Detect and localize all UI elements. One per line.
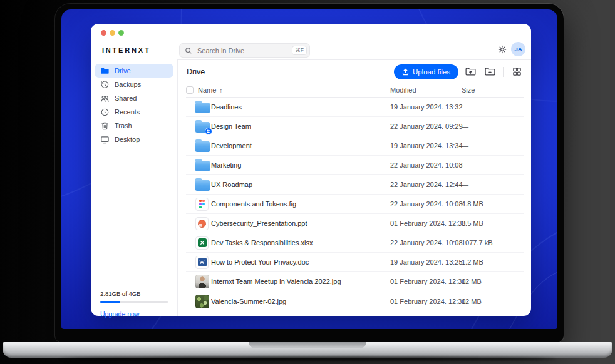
table-row[interactable]: Valencia-Summer-02.jpg 01 February 2024.… xyxy=(186,291,524,311)
table-row[interactable]: How to Protect Your Privacy.doc 19 Janua… xyxy=(186,253,524,272)
grid-view-icon xyxy=(512,67,522,76)
sidebar-item-label: Shared xyxy=(115,94,137,102)
user-avatar[interactable]: JA xyxy=(511,42,525,56)
table-row[interactable]: Dev Tasks & Responsibilities.xlsx 22 Jan… xyxy=(186,233,524,253)
toolbar-divider xyxy=(503,67,504,77)
search-icon xyxy=(185,47,192,54)
column-header-size[interactable]: Size xyxy=(462,86,524,94)
folder-icon xyxy=(100,66,110,76)
sort-ascending-icon: ↑ xyxy=(219,87,222,94)
file-size: — xyxy=(462,123,524,130)
figma-file-icon xyxy=(195,198,209,211)
desktop-icon xyxy=(100,135,110,144)
file-name: Deadlines xyxy=(211,103,390,111)
new-folder-icon xyxy=(485,67,495,76)
file-modified: 22 January 2024. 12:44 xyxy=(390,181,462,188)
table-row[interactable]: Components and Tokens.fig 22 January 202… xyxy=(186,195,524,214)
grid-view-button[interactable] xyxy=(509,65,524,79)
excel-file-icon xyxy=(195,236,209,250)
trash-icon xyxy=(100,121,110,131)
sidebar-item-trash[interactable]: Trash xyxy=(95,119,173,133)
upgrade-link[interactable]: Upgrade now xyxy=(100,310,168,318)
file-name: Design Team xyxy=(211,123,390,130)
file-size: 12 MB xyxy=(462,298,524,305)
file-modified: 01 February 2024. 12:30 xyxy=(390,220,462,227)
search-input[interactable] xyxy=(196,46,288,55)
storage-widget: 2.81GB of 4GB Upgrade now xyxy=(91,281,177,318)
file-modified: 22 January 2024. 10:08 xyxy=(390,239,462,246)
gear-icon xyxy=(497,44,507,54)
settings-button[interactable] xyxy=(497,44,508,55)
content-header: Drive Upload files xyxy=(178,60,531,83)
file-name: How to Protect Your Privacy.doc xyxy=(211,258,390,266)
toolbar: Upload files xyxy=(394,64,524,79)
sidebar-item-backups[interactable]: Backups xyxy=(95,78,173,91)
file-size: — xyxy=(462,161,524,169)
sidebar-item-label: Backups xyxy=(115,81,141,88)
column-header-name[interactable]: Name ↑ xyxy=(198,86,390,94)
laptop-shadow xyxy=(59,357,556,361)
sidebar-item-shared[interactable]: Shared xyxy=(95,91,173,105)
file-modified: 01 February 2024. 12:30 xyxy=(390,298,462,305)
photo-thumbnail xyxy=(195,295,209,308)
folder-icon xyxy=(195,161,210,171)
zoom-window-button[interactable] xyxy=(118,30,124,36)
table-row[interactable]: UX Roadmap 22 January 2024. 12:44 — xyxy=(186,175,524,195)
select-all-checkbox[interactable] xyxy=(186,86,194,94)
file-size: — xyxy=(462,181,524,188)
drive-content: Drive Upload files xyxy=(178,59,531,316)
laptop-base xyxy=(3,342,612,358)
file-modified: 22 January 2024. 10:08 xyxy=(390,161,462,169)
desktop-wallpaper: INTERNXT ⌘F JA xyxy=(61,9,557,329)
word-file-icon xyxy=(195,256,209,269)
file-size: 4.8 MB xyxy=(462,200,524,208)
file-size: — xyxy=(462,142,524,149)
file-size: — xyxy=(462,103,524,111)
sidebar-item-desktop[interactable]: Desktop xyxy=(95,133,173,146)
storage-usage-label: 2.81GB of 4GB xyxy=(100,290,168,297)
file-modified: 01 February 2024. 12:30 xyxy=(390,278,462,285)
file-name: Dev Tasks & Responsibilities.xlsx xyxy=(211,239,390,246)
photo-thumbnail xyxy=(195,275,209,288)
clock-icon xyxy=(100,108,110,117)
people-icon xyxy=(100,94,110,103)
file-name: UX Roadmap xyxy=(211,181,390,188)
internxt-logo: INTERNXT xyxy=(102,46,150,54)
file-name: Components and Tokens.fig xyxy=(211,200,390,208)
file-size: 12 MB xyxy=(462,278,524,285)
table-row[interactable]: Development 19 January 2024. 13:34 — xyxy=(186,136,524,156)
upload-files-button[interactable]: Upload files xyxy=(394,64,458,79)
sidebar-item-drive[interactable]: Drive xyxy=(95,64,173,78)
table-row[interactable]: Design Team 22 January 2024. 09:29 — xyxy=(186,117,524,136)
table-row[interactable]: Cybersecurity_Presentation.ppt 01 Februa… xyxy=(186,214,524,233)
folder-icon xyxy=(195,180,210,191)
table-row[interactable]: Deadlines 19 January 2024. 13:32 — xyxy=(186,98,524,117)
folder-icon xyxy=(195,103,210,113)
folder-icon xyxy=(195,141,210,152)
file-size: 3.5 MB xyxy=(462,220,524,227)
sidebar-item-label: Desktop xyxy=(115,136,140,143)
file-modified: 22 January 2024. 09:29 xyxy=(390,123,462,130)
file-name: Valencia-Summer-02.jpg xyxy=(211,298,390,305)
table-row[interactable]: Marketing 22 January 2024. 10:08 — xyxy=(186,156,524,175)
laptop-bezel: INTERNXT ⌘F JA xyxy=(55,4,564,343)
file-name: Marketing xyxy=(211,161,390,169)
file-modified: 19 January 2024. 13:34 xyxy=(390,142,462,149)
storage-progress-track xyxy=(100,301,168,303)
new-folder-button[interactable] xyxy=(482,65,497,79)
file-modified: 22 January 2024. 10:08 xyxy=(390,200,462,208)
file-modified: 19 January 2024. 13:32 xyxy=(390,103,462,111)
sidebar-item-recents[interactable]: Recents xyxy=(95,105,173,119)
search-bar[interactable]: ⌘F xyxy=(179,43,310,58)
column-header-modified[interactable]: Modified xyxy=(390,86,462,94)
sidebar-item-label: Recents xyxy=(115,108,140,116)
file-table: Name ↑ Modified Size Deadlines 19 Januar… xyxy=(186,83,524,316)
file-name: Cybersecurity_Presentation.ppt xyxy=(211,220,390,227)
shared-badge-icon xyxy=(205,128,212,135)
table-row[interactable]: Internxt Team Meetup in Valencia 2022.jp… xyxy=(186,272,524,291)
minimize-window-button[interactable] xyxy=(110,30,115,36)
close-window-button[interactable] xyxy=(101,30,106,36)
upload-icon xyxy=(402,68,409,76)
file-name: Internxt Team Meetup in Valencia 2022.jp… xyxy=(211,278,390,285)
upload-folder-button[interactable] xyxy=(463,65,478,79)
